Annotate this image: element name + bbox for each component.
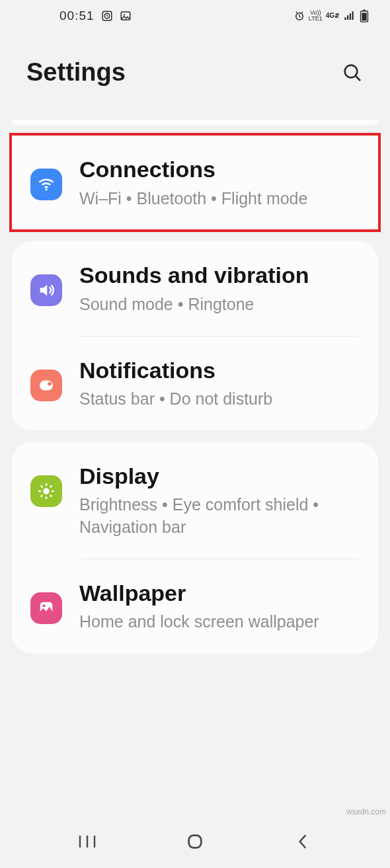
item-title: Sounds and vibration <box>79 261 360 290</box>
settings-item-connections[interactable]: Connections Wi–Fi • Bluetooth • Flight m… <box>12 136 378 229</box>
item-title: Connections <box>79 155 360 184</box>
wallpaper-icon <box>30 592 62 624</box>
wifi-icon <box>30 169 62 200</box>
page-title: Settings <box>26 58 126 87</box>
svg-point-18 <box>42 604 45 607</box>
page-header: Settings <box>0 32 390 120</box>
brightness-icon <box>30 475 62 507</box>
battery-icon <box>358 10 370 22</box>
svg-rect-10 <box>362 13 366 20</box>
back-icon <box>295 833 310 850</box>
svg-rect-11 <box>363 9 366 11</box>
svg-point-3 <box>123 14 124 15</box>
notification-icon <box>30 370 62 401</box>
item-subtitle: Status bar • Do not disturb <box>79 388 360 411</box>
svg-rect-8 <box>352 11 354 20</box>
item-title: Wallpaper <box>79 579 360 608</box>
status-right: Vo))LTE1 4G⇵ <box>293 10 370 22</box>
signal-icon <box>343 10 355 22</box>
item-subtitle: Wi–Fi • Bluetooth • Flight mode <box>79 188 360 210</box>
speaker-icon <box>30 274 62 306</box>
svg-rect-7 <box>350 13 351 20</box>
settings-item-notifications[interactable]: Notifications Status bar • Do not distur… <box>12 336 378 430</box>
search-button[interactable] <box>338 59 366 87</box>
svg-point-12 <box>345 65 358 77</box>
clock-badge-icon <box>101 10 113 22</box>
home-icon <box>186 832 204 851</box>
svg-rect-19 <box>189 836 202 848</box>
settings-item-sounds[interactable]: Sounds and vibration Sound mode • Ringto… <box>12 241 378 335</box>
item-title: Display <box>79 462 360 491</box>
status-time: 00:51 <box>59 9 95 23</box>
card-connections: Connections Wi–Fi • Bluetooth • Flight m… <box>12 136 378 229</box>
svg-rect-14 <box>40 380 53 390</box>
svg-point-13 <box>45 188 47 190</box>
recents-icon <box>78 833 97 850</box>
status-bar: 00:51 Vo))LTE1 4G⇵ <box>0 0 390 32</box>
svg-rect-6 <box>347 15 348 20</box>
network-4g-icon: 4G⇵ <box>326 10 340 22</box>
volte-icon: Vo))LTE1 <box>309 10 323 22</box>
card-sounds-notifications: Sounds and vibration Sound mode • Ringto… <box>12 241 378 430</box>
svg-point-16 <box>43 488 49 494</box>
watermark: wsxdn.com <box>346 807 386 816</box>
svg-rect-5 <box>344 17 346 20</box>
settings-item-display[interactable]: Display Brightness • Eye comfort shield … <box>12 442 378 559</box>
search-icon <box>342 62 363 83</box>
image-icon <box>120 10 132 22</box>
item-subtitle: Home and lock screen wallpaper <box>79 611 360 633</box>
navigation-bar <box>0 822 390 868</box>
recents-button[interactable] <box>61 828 114 855</box>
item-title: Notifications <box>79 356 360 385</box>
card-peek <box>12 120 378 125</box>
item-subtitle: Sound mode • Ringtone <box>79 294 360 316</box>
back-button[interactable] <box>276 828 329 855</box>
status-left: 00:51 <box>59 9 132 23</box>
card-display-wallpaper: Display Brightness • Eye comfort shield … <box>12 442 378 653</box>
svg-point-15 <box>48 381 52 385</box>
settings-item-wallpaper[interactable]: Wallpaper Home and lock screen wallpaper <box>12 559 378 653</box>
alarm-icon <box>293 10 305 22</box>
home-button[interactable] <box>169 828 221 855</box>
item-subtitle: Brightness • Eye comfort shield • Naviga… <box>79 494 360 539</box>
